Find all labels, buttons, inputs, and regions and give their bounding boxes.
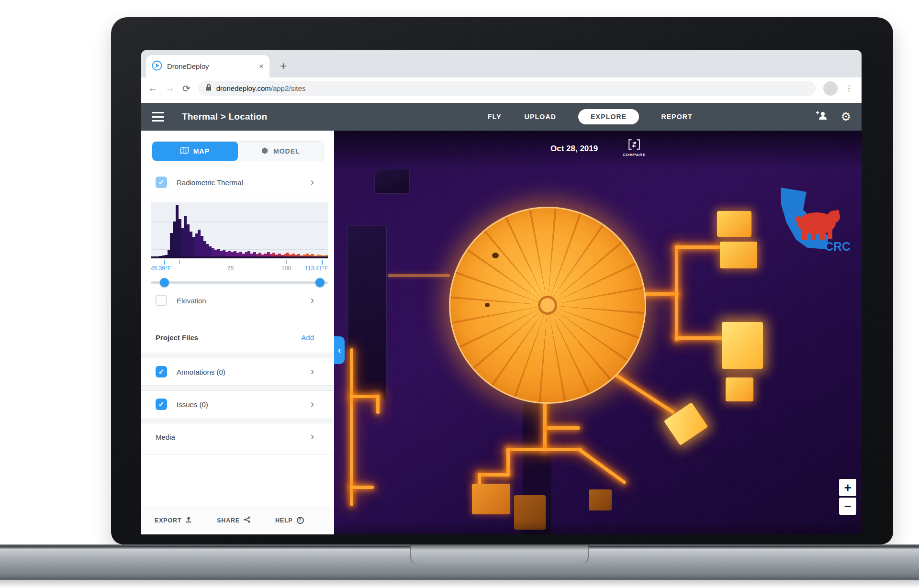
scale-100-label: 100 [281, 265, 291, 272]
equipment-block [472, 484, 510, 514]
nav-fly[interactable]: FLY [476, 109, 513, 124]
tab-model[interactable]: MODEL [238, 142, 324, 161]
slider-handle-max[interactable] [315, 278, 325, 287]
pipe-segment [388, 274, 450, 277]
sidebar-collapse-tab[interactable]: ‹ [334, 336, 345, 364]
thermal-histogram-bars [151, 205, 328, 256]
compare-icon [628, 143, 640, 151]
cube-icon [261, 147, 269, 156]
temperature-range-slider [151, 277, 328, 289]
export-icon [185, 516, 192, 525]
browser-avatar[interactable] [823, 81, 838, 96]
thermal-checkbox[interactable]: ✓ [156, 177, 167, 188]
elevation-checkbox[interactable] [156, 295, 167, 306]
refresh-icon[interactable]: ⟳ [182, 83, 191, 94]
zoom-in-button[interactable]: + [839, 479, 856, 496]
crc-logo: CRC [767, 186, 851, 257]
elevation-layer-label: Elevation [177, 297, 206, 305]
media-row[interactable]: Media › [141, 423, 334, 450]
help-button[interactable]: HELP ? [275, 517, 304, 524]
annotations-checkbox[interactable]: ✓ [156, 366, 167, 377]
svg-text:CRC: CRC [825, 240, 851, 253]
sidebar: MAP MODEL ✓ Radiometric Thermal › [141, 131, 334, 534]
app-content: MAP MODEL ✓ Radiometric Thermal › [141, 131, 862, 534]
pipe-segment [478, 473, 510, 477]
divider [141, 454, 334, 455]
pipe-segment [350, 348, 353, 506]
chevron-right-icon[interactable]: › [311, 366, 314, 377]
tank-dot [485, 303, 490, 307]
map-model-toggle: MAP MODEL [152, 141, 324, 161]
tab-title: DroneDeploy [167, 62, 254, 70]
elevation-layer-row[interactable]: Elevation › [141, 290, 334, 311]
pipe-segment [506, 448, 510, 476]
annotations-row[interactable]: ✓ Annotations (0) › [141, 358, 334, 385]
pipe-segment [675, 245, 720, 249]
slider-handle-min[interactable] [160, 278, 169, 287]
pipe-segment [350, 486, 374, 489]
project-files-row: Project Files Add [141, 327, 334, 348]
pipe-segment [640, 292, 679, 296]
map-date[interactable]: Oct 28, 2019 [550, 144, 598, 154]
chevron-right-icon[interactable]: › [311, 432, 314, 442]
chevron-right-icon[interactable]: › [311, 177, 314, 188]
tab-map[interactable]: MAP [152, 142, 238, 161]
dark-building [347, 225, 387, 400]
section-band [141, 353, 334, 358]
nav-explore[interactable]: EXPLORE [578, 109, 639, 124]
dark-structure [374, 169, 410, 194]
new-tab-button[interactable]: + [280, 59, 287, 78]
app-header: Thermal > Location FLY UPLOAD EXPLORE RE… [141, 103, 862, 131]
browser-tab[interactable]: DroneDeploy × [146, 55, 269, 78]
chrome-gap [141, 99, 862, 103]
export-button[interactable]: EXPORT [155, 516, 192, 525]
gear-icon[interactable]: ⚙ [841, 111, 851, 122]
tank-dot [492, 253, 499, 258]
equipment-block [720, 242, 757, 268]
storage-tank [449, 207, 646, 404]
equipment-block [717, 211, 751, 237]
browser-menu-icon[interactable]: ⋮ [845, 87, 852, 89]
share-button[interactable]: SHARE [217, 516, 250, 524]
slider-track[interactable] [151, 281, 328, 284]
url-text: dronedeploy.com/app2/sites [216, 84, 306, 92]
thermal-layer-label: Radiometric Thermal [177, 178, 243, 187]
nav-upload[interactable]: UPLOAD [513, 109, 568, 124]
issues-row[interactable]: ✓ Issues (0) › [141, 391, 334, 418]
thermal-histogram [151, 202, 328, 258]
add-people-icon[interactable] [816, 111, 828, 122]
compare-button[interactable]: COMPARE [617, 139, 651, 157]
scale-min-label: 45.39°F [151, 265, 171, 272]
hamburger-menu-icon[interactable] [152, 112, 164, 122]
zoom-out-button[interactable]: − [839, 498, 856, 515]
share-icon [244, 516, 250, 524]
equipment-block [722, 322, 763, 369]
pipe-segment [613, 373, 675, 415]
tab-close-icon[interactable]: × [259, 62, 264, 71]
thermal-map[interactable]: Oct 28, 2019 COMPARE [334, 131, 862, 534]
thermal-layer-row[interactable]: ✓ Radiometric Thermal › [141, 172, 334, 193]
chevron-right-icon[interactable]: › [311, 399, 314, 410]
header-divider [172, 103, 172, 131]
chevron-left-icon: ‹ [338, 345, 341, 355]
back-icon[interactable]: ← [148, 83, 157, 94]
forward-icon: → [165, 83, 175, 94]
issues-checkbox[interactable]: ✓ [156, 399, 167, 410]
pipe-segment [675, 245, 678, 341]
scale-75-label: 75 [227, 265, 234, 272]
app-nav: FLY UPLOAD EXPLORE REPORT [476, 109, 704, 124]
pipe-segment [506, 448, 582, 451]
scale-tick [286, 260, 287, 264]
laptop-base-notch [410, 544, 589, 564]
lock-icon [206, 84, 212, 93]
scale-tick-min [164, 260, 165, 265]
url-bar[interactable]: dronedeploy.com/app2/sites [198, 81, 816, 96]
divider [141, 197, 334, 197]
help-icon: ? [297, 517, 304, 524]
chevron-right-icon[interactable]: › [311, 295, 314, 306]
sidebar-footer: EXPORT SHARE HELP ? [141, 506, 334, 534]
breadcrumb: Thermal > Location [182, 111, 267, 122]
pipe-segment [675, 336, 723, 340]
nav-report[interactable]: REPORT [650, 109, 704, 124]
add-link[interactable]: Add [301, 333, 314, 342]
